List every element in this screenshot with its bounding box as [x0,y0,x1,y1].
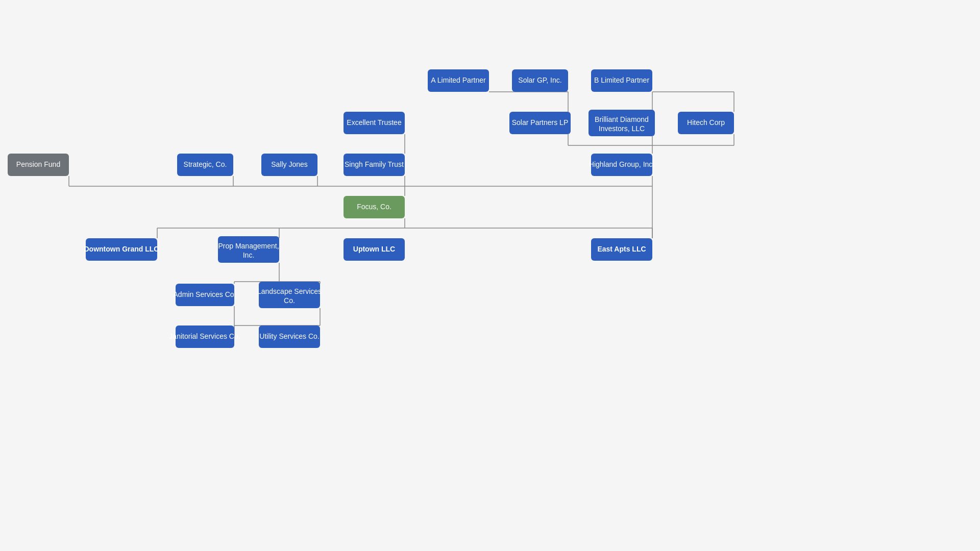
landscape-label: Landscape Services [257,287,322,295]
highland-label: Highland Group, Inc. [589,160,654,168]
sally-jones-label: Sally Jones [271,160,308,168]
strategic-label: Strategic, Co. [184,160,227,168]
excellent-trustee-label: Excellent Trustee [347,118,402,127]
solar-partners-label: Solar Partners LP [512,118,569,127]
focus-co-label: Focus, Co. [357,203,391,211]
brilliant-diamond-label: Brilliant Diamond [595,115,649,123]
prop-mgmt-label: Prop Management, [218,242,279,250]
uptown-llc-label: Uptown LLC [353,245,395,253]
hitech-label: Hitech Corp [687,118,725,127]
pension-fund-label: Pension Fund [16,160,60,168]
singh-family-label: Singh Family Trust [345,160,404,168]
a-limited-label: A Limited Partner [431,76,486,84]
downtown-grand-label: Downtown Grand LLC [84,245,159,253]
solar-gp-label: Solar GP, Inc. [518,76,561,84]
brilliant-diamond-label2: Investors, LLC [599,124,645,133]
admin-services-label: Admin Services Co. [174,290,236,298]
landscape-label2: Co. [284,296,295,305]
utility-label: Utility Services Co. [259,332,319,340]
b-limited-label: B Limited Partner [594,76,649,84]
east-apts-label: East Apts LLC [597,245,646,253]
janitorial-label: Janitorial Services Co. [169,332,240,340]
prop-mgmt-label2: Inc. [243,251,255,259]
